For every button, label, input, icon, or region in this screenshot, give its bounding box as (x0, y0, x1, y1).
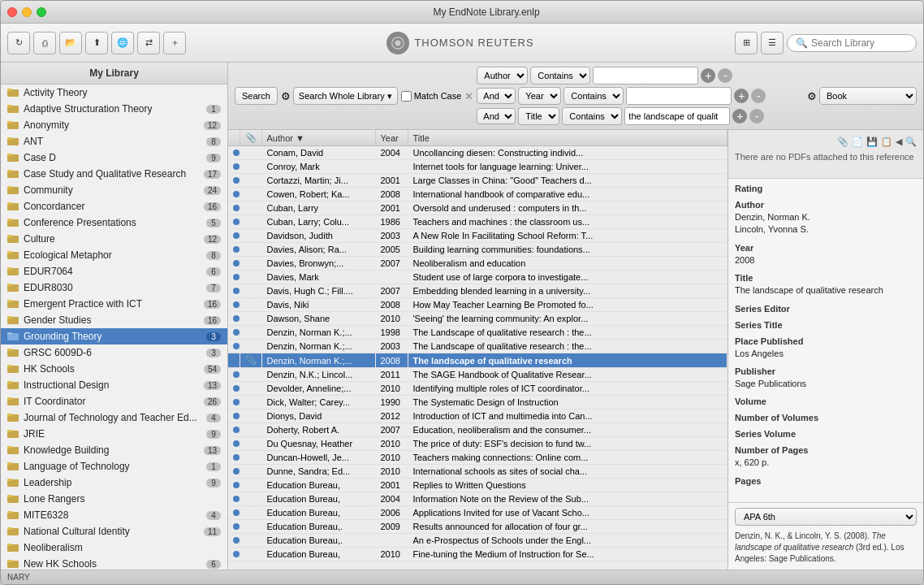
search-button[interactable]: Search (235, 87, 278, 105)
sidebar-item[interactable]: Emergent Practice with ICT16 (1, 296, 227, 312)
save-ref-icon[interactable]: 💾 (866, 136, 878, 147)
sidebar-item[interactable]: Concordancer16 (1, 198, 227, 214)
sidebar-item[interactable]: New HK Schools6 (1, 556, 227, 570)
search-input-1[interactable] (593, 67, 698, 84)
gear-icon[interactable]: ⚙ (281, 90, 291, 102)
sidebar-item[interactable]: Anonymity12 (1, 117, 227, 133)
sidebar-item[interactable]: HK Schools54 (1, 361, 227, 377)
library-search-input[interactable] (811, 37, 909, 49)
view-btn2[interactable]: ☰ (761, 32, 784, 54)
field-select-year[interactable]: Year (518, 87, 561, 105)
sidebar-item[interactable]: EDUR70646 (1, 263, 227, 280)
sidebar-item[interactable]: Lone Rangers (1, 491, 227, 507)
sidebar-item[interactable]: National Cultural Identity11 (1, 523, 227, 540)
table-row[interactable]: Doherty, Robert A. 2007 Education, neoli… (228, 423, 728, 437)
contains-select-3[interactable]: Contains (562, 107, 622, 125)
table-row[interactable]: Devolder, Anneline;... 2010 Identifying … (228, 382, 728, 396)
table-row[interactable]: Education Bureau, 2006 Applications Invi… (228, 506, 728, 520)
citation-style-select[interactable]: APA 6th (735, 508, 917, 526)
add-row-btn-1[interactable]: + (701, 68, 715, 83)
open-button[interactable]: 📂 (59, 32, 82, 54)
table-row[interactable]: Denzin, Norman K.;... 1998 The Landscape… (228, 326, 728, 340)
table-row[interactable]: Education Bureau, 2010 Fine-tuning the M… (228, 548, 728, 561)
table-row[interactable]: Cowen, Robert; Ka... 2008 International … (228, 188, 728, 202)
sidebar-item[interactable]: IT Coordinator26 (1, 393, 227, 410)
table-row[interactable]: Dick, Walter; Carey... 1990 The Systemat… (228, 396, 728, 410)
save-button[interactable]: ⎙ (33, 32, 56, 54)
sidebar-item[interactable]: MITE63284 (1, 507, 227, 523)
field-select-title[interactable]: Title (518, 107, 559, 125)
reference-type-dropdown[interactable]: Book (819, 87, 917, 105)
search-whole-library-dropdown[interactable]: Search Whole Library ▾ (293, 87, 398, 105)
table-row[interactable]: Cuban, Larry 2001 Oversold and underused… (228, 202, 728, 215)
sidebar-item[interactable]: Leadership9 (1, 474, 227, 491)
minimize-button[interactable] (22, 7, 32, 17)
library-search-box[interactable]: 🔍 (787, 34, 917, 52)
table-row[interactable]: Dawson, Shane 2010 'Seeing' the learning… (228, 312, 728, 326)
col-header-year[interactable]: Year (375, 130, 408, 146)
col-header-author[interactable]: Author ▼ (261, 130, 375, 146)
table-row[interactable]: Education Bureau, 2001 Replies to Writte… (228, 479, 728, 492)
new-button[interactable]: ＋ (163, 32, 186, 54)
sidebar-item[interactable]: Culture12 (1, 231, 227, 247)
table-row[interactable]: Davis, Hugh C.; Fill.... 2007 Embedding … (228, 284, 728, 298)
add-row-btn-3[interactable]: + (732, 109, 747, 124)
sidebar-item[interactable]: Activity Theory (1, 84, 227, 101)
sidebar-item[interactable]: JRIE9 (1, 426, 227, 442)
sidebar-item[interactable]: Knowledge Building13 (1, 442, 227, 458)
back-icon[interactable]: ◀ (896, 136, 902, 147)
table-row[interactable]: Conam, David 2004 Uncollancing diesen: C… (228, 146, 728, 160)
col-header-title[interactable]: Title (408, 130, 728, 146)
table-row[interactable]: Denzin, N.K.; Lincol... 2011 The SAGE Ha… (228, 368, 728, 382)
connector-select-1[interactable]: And (477, 88, 516, 104)
close-button[interactable] (7, 7, 17, 17)
search-ref-icon[interactable]: 🔍 (905, 136, 917, 147)
sidebar-item[interactable]: Adaptive Structuration Theory1 (1, 101, 227, 117)
sidebar-item[interactable]: Case D9 (1, 150, 227, 166)
match-case-checkbox[interactable] (401, 91, 412, 102)
table-row[interactable]: Davies, Mark Student use of large corpor… (228, 271, 728, 284)
sidebar-item[interactable]: Instructional Design13 (1, 377, 227, 393)
sidebar-item[interactable]: EDUR80307 (1, 280, 227, 296)
table-row[interactable]: 📎 Denzin, Norman K.;... 2008 The landsca… (228, 353, 728, 368)
refresh-button[interactable]: ↻ (7, 32, 30, 54)
table-row[interactable]: Education Bureau,. 2009 Results announce… (228, 520, 728, 534)
connector-select-2[interactable]: And (477, 108, 516, 124)
table-row[interactable]: Dionys, David 2012 Introduction of ICT a… (228, 410, 728, 423)
field-select-author[interactable]: Author (477, 67, 528, 84)
sidebar-item[interactable]: Neoliberalism (1, 540, 227, 556)
sidebar-item[interactable]: Language of Technology1 (1, 458, 227, 474)
table-row[interactable]: Education Bureau, 2004 Information Note … (228, 492, 728, 506)
sidebar-item[interactable]: Journal of Technology and Teacher Ed...4 (1, 410, 227, 426)
table-row[interactable]: Duncan-Howell, Je... 2010 Teachers makin… (228, 451, 728, 465)
remove-row-btn-3[interactable]: - (749, 109, 764, 124)
table-row[interactable]: Cortazzi, Martin; Ji... 2001 Large Class… (228, 174, 728, 188)
sidebar-item[interactable]: ANT8 (1, 133, 227, 150)
table-row[interactable]: Davies, Bronwyn;... 2007 Neoliberalism a… (228, 257, 728, 271)
sidebar-item[interactable]: Grounding Theory3 (1, 328, 227, 344)
sidebar-item[interactable]: Gender Studies16 (1, 312, 227, 328)
table-row[interactable]: Conroy, Mark Internet tools for language… (228, 160, 728, 174)
sidebar-item[interactable]: Community24 (1, 182, 227, 198)
add-row-btn-2[interactable]: + (734, 89, 749, 103)
clear-icon[interactable]: ✕ (464, 90, 473, 102)
copy-icon[interactable]: 📋 (881, 136, 892, 147)
search-input-3[interactable] (624, 107, 730, 125)
view-btn1[interactable]: ⊞ (735, 32, 758, 54)
table-row[interactable]: Davies, Alison; Ra... 2005 Building lear… (228, 243, 728, 257)
sync-button[interactable]: ⇄ (137, 32, 160, 54)
sidebar-item[interactable]: Ecological Metaphor8 (1, 247, 227, 263)
table-row[interactable]: Du Quesnay, Heather 2010 The price of du… (228, 437, 728, 451)
table-row[interactable]: Education Bureau,. An e-Prospectus of Sc… (228, 534, 728, 548)
remove-row-btn-1[interactable]: - (718, 68, 732, 83)
web-button[interactable]: 🌐 (111, 32, 134, 54)
sidebar-item[interactable]: Conference Presentations5 (1, 214, 227, 231)
table-row[interactable]: Cuban, Larry; Colu... 1986 Teachers and … (228, 215, 728, 229)
search-input-2[interactable] (626, 87, 732, 105)
maximize-button[interactable] (37, 7, 46, 17)
share-button[interactable]: ⬆ (85, 32, 108, 54)
open-icon[interactable]: 📄 (852, 136, 863, 147)
settings-icon[interactable]: ⚙ (807, 90, 817, 102)
contains-select-2[interactable]: Contains (563, 87, 624, 105)
table-row[interactable]: Denzin, Norman K.;... 2003 The Landscape… (228, 340, 728, 353)
